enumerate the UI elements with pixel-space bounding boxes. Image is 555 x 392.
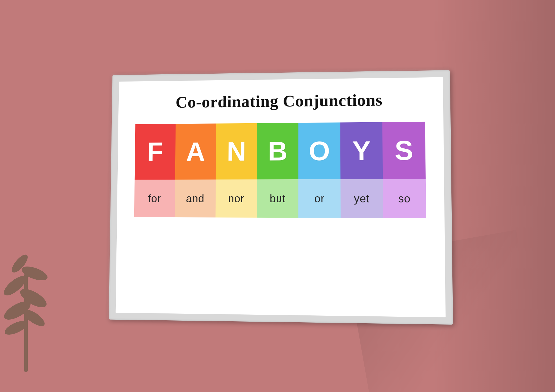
- word-but: but: [269, 192, 285, 205]
- word-cell-so: so: [383, 179, 426, 218]
- letter-F: F: [147, 138, 163, 165]
- word-or: or: [314, 192, 325, 205]
- word-yet: yet: [354, 192, 369, 205]
- letter-O: O: [309, 137, 330, 164]
- poster-title: Co-ordinating Conjunctions: [176, 90, 382, 112]
- letter-cell-F: F: [134, 124, 176, 180]
- word-cell-but: but: [257, 179, 298, 217]
- letter-cell-O: O: [298, 122, 340, 179]
- picture-frame: Co-ordinating Conjunctions F A N B O: [109, 70, 453, 325]
- letter-S: S: [395, 137, 413, 164]
- words-row: for and nor but or yet so: [134, 179, 426, 218]
- fanboys-grid: F A N B O Y S: [134, 122, 426, 218]
- letter-cell-Y: Y: [340, 122, 383, 179]
- letters-row: F A N B O Y S: [134, 122, 425, 180]
- letter-A: A: [186, 138, 205, 165]
- letter-cell-A: A: [175, 124, 216, 180]
- word-nor: nor: [228, 192, 244, 205]
- word-cell-or: or: [298, 179, 340, 218]
- word-cell-and: and: [175, 179, 216, 217]
- word-cell-for: for: [134, 179, 175, 217]
- letter-cell-B: B: [257, 123, 298, 179]
- letter-Y: Y: [352, 137, 371, 164]
- letter-B: B: [268, 137, 287, 165]
- poster-content: Co-ordinating Conjunctions F A N B O: [115, 77, 445, 317]
- word-so: so: [398, 192, 410, 205]
- decorative-plant: [0, 224, 62, 372]
- word-and: and: [186, 192, 204, 205]
- letter-cell-N: N: [216, 123, 257, 179]
- word-cell-yet: yet: [340, 179, 383, 218]
- word-cell-nor: nor: [215, 179, 257, 218]
- word-for: for: [148, 192, 161, 204]
- letter-N: N: [226, 138, 246, 165]
- letter-cell-S: S: [382, 122, 426, 179]
